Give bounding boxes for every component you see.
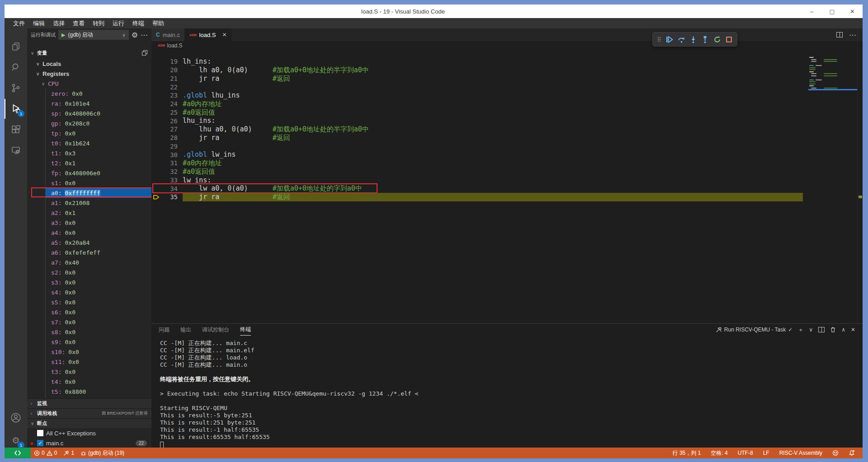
register-fp[interactable]: fp:0x408006e0: [46, 168, 151, 178]
register-s10[interactable]: s10:0x0: [46, 347, 151, 357]
continue-button[interactable]: [665, 36, 673, 43]
eol-sequence[interactable]: LF: [760, 450, 773, 456]
register-s5[interactable]: s5:0x0: [46, 297, 151, 307]
register-s4[interactable]: s4:0x0: [46, 287, 151, 297]
cursor-position[interactable]: 行 35，列 1: [670, 449, 704, 457]
terminal-task-selector[interactable]: Run RISCV-QEMU - Task ✓: [716, 327, 793, 333]
step-out-button[interactable]: [701, 36, 709, 43]
register-t2[interactable]: t2:0x1: [46, 158, 151, 168]
extensions-icon[interactable]: [5, 120, 27, 140]
code-line-33[interactable]: 33lw_ins:: [151, 176, 863, 185]
launch-config-dropdown[interactable]: ▶ (gdb) 启动 ∨: [58, 30, 129, 40]
gutter[interactable]: [151, 193, 160, 201]
menu-item[interactable]: 文件: [9, 19, 29, 28]
code-line-34[interactable]: 34 lw a0, 0(a0) #加载a0+0地址处的字到a0中: [151, 184, 863, 193]
gutter[interactable]: [151, 100, 160, 108]
gutter[interactable]: [151, 125, 160, 134]
code-line-20[interactable]: 20 lh a0, 0(a0) #加载a0+0地址处的半字到a0中: [151, 66, 863, 75]
code-line-30[interactable]: 30.globl lw_ins: [151, 150, 863, 159]
step-into-button[interactable]: [689, 36, 697, 43]
run-and-debug-icon[interactable]: 1: [5, 99, 27, 119]
new-terminal-icon[interactable]: ＋: [798, 326, 803, 334]
restore-button[interactable]: ▢: [822, 5, 842, 18]
callstack-section-header[interactable]: › 调用堆栈 因 BREAKPOINT 已暂停: [27, 408, 151, 418]
remote-indicator[interactable]: [5, 448, 31, 458]
register-t0[interactable]: t0:0x1b624: [46, 138, 151, 148]
close-panel-icon[interactable]: ✕: [851, 327, 855, 333]
menu-item[interactable]: 运行: [108, 19, 128, 28]
more-actions-icon[interactable]: ⋯: [141, 31, 148, 39]
debug-settings-gear-icon[interactable]: ⚙: [132, 31, 138, 39]
watch-section-header[interactable]: › 监视: [27, 398, 151, 408]
register-gp[interactable]: gp:0x208c0: [46, 118, 151, 128]
register-ra[interactable]: ra:0x101e4: [46, 98, 151, 108]
register-s6[interactable]: s6:0x0: [46, 307, 151, 317]
tab-terminal[interactable]: 终端: [240, 324, 251, 336]
register-a6[interactable]: a6:0xfefefeff: [46, 247, 151, 257]
overview-ruler[interactable]: [857, 28, 863, 323]
editor-more-actions-icon[interactable]: ⋯: [849, 31, 856, 39]
encoding[interactable]: UTF-8: [735, 450, 756, 456]
code-area[interactable]: 19lh_ins:20 lh a0, 0(a0) #加载a0+0地址处的半字到a…: [151, 50, 863, 323]
tab-problems[interactable]: 问题: [159, 324, 170, 336]
gutter[interactable]: [151, 117, 160, 125]
search-icon[interactable]: [5, 57, 27, 77]
split-terminal-icon[interactable]: [818, 327, 825, 332]
debug-session-status[interactable]: (gdb) 启动 (19): [77, 448, 127, 458]
gutter[interactable]: [151, 184, 160, 193]
gutter[interactable]: [151, 66, 160, 75]
stop-button[interactable]: [725, 36, 733, 43]
gutter[interactable]: [151, 150, 160, 159]
tab-debug-console[interactable]: 调试控制台: [202, 324, 229, 336]
breakpoint-all-cpp-exceptions[interactable]: All C++ Exceptions: [27, 428, 151, 438]
account-icon[interactable]: [5, 408, 27, 428]
step-over-button[interactable]: [678, 36, 685, 43]
remote-explorer-icon[interactable]: [5, 140, 27, 160]
menu-item[interactable]: 终端: [128, 19, 148, 28]
register-s3[interactable]: s3:0x0: [46, 277, 151, 287]
register-s2[interactable]: s2:0x0: [46, 267, 151, 277]
running-tasks-status[interactable]: 1: [60, 448, 77, 458]
maximize-panel-icon[interactable]: ∧: [841, 327, 845, 333]
register-sp[interactable]: sp:0x408006c0: [46, 108, 151, 118]
tab-main-c[interactable]: C main.c: [151, 28, 185, 41]
gutter[interactable]: [151, 108, 160, 117]
minimap[interactable]: [808, 50, 857, 95]
menu-item[interactable]: 编辑: [29, 19, 49, 28]
gutter[interactable]: [151, 176, 160, 185]
gutter[interactable]: [151, 57, 160, 66]
register-t5[interactable]: t5:0x8800: [46, 387, 151, 397]
close-tab-icon[interactable]: ✕: [222, 32, 226, 38]
close-button[interactable]: ✕: [842, 5, 863, 18]
terminal-output[interactable]: CC -[M] 正在构建... main.cCC -[M] 正在构建... ma…: [151, 340, 863, 448]
feedback-icon[interactable]: [829, 450, 842, 456]
register-s9[interactable]: s9:0x0: [46, 337, 151, 347]
gutter[interactable]: [151, 91, 160, 100]
register-s11[interactable]: s11:0x0: [46, 357, 151, 367]
breakpoint-main-c[interactable]: ● ✓ main.c 22: [27, 438, 151, 448]
code-line-24[interactable]: 24#a0内存地址: [151, 100, 863, 108]
register-s7[interactable]: s7:0x0: [46, 317, 151, 327]
code-line-32[interactable]: 32#a0返回值: [151, 168, 863, 176]
toolbar-drag-handle[interactable]: [657, 36, 661, 43]
problems-status[interactable]: 0 0: [31, 448, 60, 458]
breadcrumb[interactable]: ASM load.S: [151, 41, 863, 50]
register-s1[interactable]: s1:0x0: [46, 178, 151, 188]
source-control-icon[interactable]: [5, 78, 27, 98]
start-debug-icon[interactable]: ▶: [61, 32, 65, 38]
code-line-27[interactable]: 27 lhu a0, 0(a0) #加载a0+0地址处的半字到a0中: [151, 125, 863, 134]
register-tp[interactable]: tp:0x0: [46, 128, 151, 138]
register-s8[interactable]: s8:0x0: [46, 327, 151, 337]
indentation[interactable]: 空格: 4: [708, 449, 731, 457]
code-line-25[interactable]: 25#a0返回值: [151, 108, 863, 117]
terminal-dropdown-icon[interactable]: ∨: [809, 327, 813, 333]
checkbox-checked[interactable]: ✓: [37, 440, 43, 446]
tree-item-locals[interactable]: ∨ Locals: [27, 59, 151, 69]
register-a7[interactable]: a7:0x40: [46, 257, 151, 267]
minimize-button[interactable]: –: [802, 5, 822, 18]
gutter[interactable]: [151, 83, 160, 91]
menu-item[interactable]: 帮助: [148, 19, 168, 28]
code-line-31[interactable]: 31#a0内存地址: [151, 159, 863, 168]
register-a4[interactable]: a4:0x0: [46, 228, 151, 238]
gutter[interactable]: [151, 168, 160, 176]
